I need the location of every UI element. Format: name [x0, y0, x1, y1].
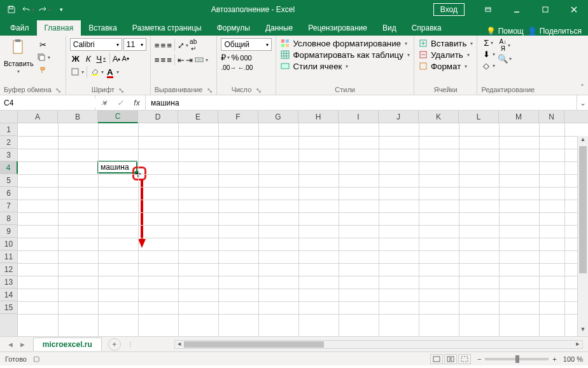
- column-header[interactable]: H: [298, 111, 339, 123]
- redo-icon[interactable]: [37, 2, 52, 17]
- number-dialog-icon[interactable]: ⤡: [255, 86, 262, 93]
- sheet-tab[interactable]: microexcel.ru: [33, 337, 102, 351]
- percent-icon[interactable]: %: [231, 53, 239, 62]
- scroll-left-icon[interactable]: ◄: [175, 341, 184, 348]
- align-right-icon[interactable]: ≡: [167, 55, 172, 65]
- paste-button[interactable]: [8, 38, 29, 58]
- horizontal-scrollbar[interactable]: ◄ ►: [174, 340, 583, 349]
- decrease-font-icon[interactable]: A▾: [122, 55, 129, 62]
- align-top-icon[interactable]: ≡: [155, 41, 160, 50]
- ribbon-options-icon[interactable]: [473, 0, 502, 19]
- tab-view[interactable]: Вид: [375, 20, 404, 36]
- expand-formula-bar-icon[interactable]: ⌄: [577, 95, 588, 110]
- scroll-down-icon[interactable]: ▼: [578, 326, 588, 336]
- zoom-out-icon[interactable]: −: [477, 355, 481, 363]
- decrease-decimal-icon[interactable]: ←.00: [237, 64, 253, 71]
- row-header[interactable]: 8: [0, 212, 17, 225]
- save-icon[interactable]: [4, 2, 19, 17]
- row-header[interactable]: 7: [0, 200, 17, 212]
- align-bottom-icon[interactable]: ≡: [167, 41, 172, 50]
- sheet-nav-first-icon[interactable]: ◄: [5, 341, 16, 348]
- zoom-level[interactable]: 100 %: [563, 355, 583, 363]
- close-icon[interactable]: [559, 0, 588, 19]
- row-header[interactable]: 14: [0, 289, 17, 301]
- align-middle-icon[interactable]: ≡: [161, 41, 166, 50]
- column-header[interactable]: A: [18, 111, 58, 123]
- tab-help[interactable]: Справка: [404, 20, 449, 36]
- fill-button[interactable]: ⬇: [481, 49, 495, 59]
- collapse-ribbon-icon[interactable]: ˄: [580, 83, 584, 92]
- tab-data[interactable]: Данные: [258, 20, 300, 36]
- hscroll-split-icon[interactable]: ⋮: [127, 341, 134, 348]
- number-format-combo[interactable]: Общий▾: [221, 38, 272, 51]
- align-center-icon[interactable]: ≡: [161, 55, 166, 65]
- row-header[interactable]: 9: [0, 225, 17, 238]
- comma-icon[interactable]: 000: [240, 54, 251, 62]
- tab-file[interactable]: Файл: [3, 20, 37, 36]
- vertical-scrollbar[interactable]: ▲ ▼: [577, 136, 588, 336]
- zoom-thumb[interactable]: [515, 355, 519, 363]
- column-header[interactable]: I: [339, 111, 379, 123]
- zoom-slider[interactable]: [485, 358, 549, 360]
- fill-color-button[interactable]: [90, 67, 104, 77]
- row-header[interactable]: 2: [0, 136, 17, 149]
- tab-page-layout[interactable]: Разметка страницы: [125, 20, 209, 36]
- vscroll-thumb[interactable]: [579, 146, 587, 273]
- format-painter-button[interactable]: [36, 65, 50, 75]
- font-color-button[interactable]: A: [105, 67, 119, 77]
- border-button[interactable]: [70, 67, 84, 77]
- cut-button[interactable]: ✂: [36, 39, 50, 50]
- maximize-icon[interactable]: [531, 0, 559, 19]
- column-header[interactable]: L: [459, 111, 499, 123]
- select-all-corner[interactable]: [0, 111, 18, 123]
- conditional-formatting-button[interactable]: Условное форматирование: [280, 38, 407, 48]
- copy-button[interactable]: [36, 52, 50, 62]
- underline-button[interactable]: Ч: [95, 54, 107, 64]
- insert-cells-button[interactable]: Вставить: [418, 38, 473, 48]
- font-size-combo[interactable]: 11▾: [123, 38, 146, 51]
- increase-indent-icon[interactable]: ⇥: [186, 55, 193, 65]
- find-select-button[interactable]: 🔍: [498, 53, 512, 64]
- tab-formulas[interactable]: Формулы: [209, 20, 258, 36]
- row-header[interactable]: 4: [0, 161, 18, 174]
- cell-styles-button[interactable]: Стили ячеек: [280, 61, 348, 71]
- row-header[interactable]: 1: [0, 123, 17, 136]
- wrap-text-icon[interactable]: ab↵: [190, 38, 197, 52]
- column-header[interactable]: N: [539, 111, 564, 123]
- delete-cells-button[interactable]: Удалить: [418, 50, 470, 60]
- tab-insert[interactable]: Вставка: [81, 20, 125, 36]
- format-cells-button[interactable]: Формат: [418, 61, 467, 71]
- row-header[interactable]: 10: [0, 238, 17, 250]
- formula-input[interactable]: [146, 95, 577, 110]
- fx-icon[interactable]: fx: [129, 95, 145, 110]
- hscroll-thumb[interactable]: [184, 341, 324, 348]
- increase-decimal-icon[interactable]: .00→: [221, 64, 236, 71]
- active-cell[interactable]: машина: [97, 161, 137, 174]
- column-header[interactable]: B: [58, 111, 98, 123]
- view-page-layout-icon[interactable]: [444, 354, 457, 364]
- name-box[interactable]: ▾: [0, 95, 95, 110]
- currency-icon[interactable]: ₽: [221, 53, 230, 62]
- column-header[interactable]: D: [138, 111, 178, 123]
- add-sheet-button[interactable]: +: [108, 338, 121, 351]
- sheet-nav-last-icon[interactable]: ►: [17, 341, 28, 348]
- column-header[interactable]: M: [499, 111, 539, 123]
- column-header[interactable]: G: [258, 111, 298, 123]
- view-normal-icon[interactable]: [430, 354, 443, 364]
- sort-filter-button[interactable]: A↓Я: [498, 38, 512, 52]
- qat-customize-icon[interactable]: ▾: [53, 2, 69, 17]
- increase-font-icon[interactable]: A▴: [113, 54, 121, 64]
- bold-button[interactable]: Ж: [70, 54, 81, 64]
- login-button[interactable]: Вход: [433, 3, 465, 16]
- row-header[interactable]: 6: [0, 187, 17, 200]
- decrease-indent-icon[interactable]: ⇤: [178, 55, 185, 65]
- italic-button[interactable]: К: [83, 54, 94, 64]
- alignment-dialog-icon[interactable]: ⤡: [206, 86, 213, 93]
- tab-review[interactable]: Рецензирование: [300, 20, 375, 36]
- row-header[interactable]: 11: [0, 250, 17, 263]
- name-box-input[interactable]: [0, 99, 103, 107]
- merge-button[interactable]: [194, 55, 208, 65]
- row-header[interactable]: 13: [0, 276, 17, 289]
- column-header[interactable]: C: [98, 111, 138, 123]
- row-header[interactable]: 15: [0, 301, 17, 314]
